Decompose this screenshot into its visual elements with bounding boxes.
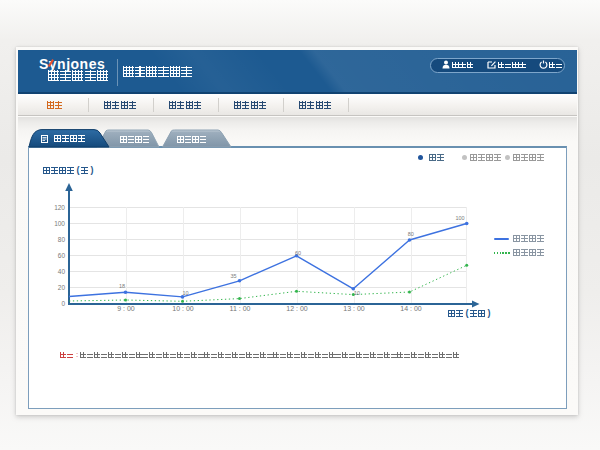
svg-text:100: 100 [54, 220, 65, 227]
svg-text:10: 10 [182, 290, 188, 296]
svg-text:20: 20 [58, 284, 66, 291]
svg-text:13 : 00: 13 : 00 [343, 305, 365, 312]
svg-text:80: 80 [58, 236, 66, 243]
svg-text:12 : 00: 12 : 00 [286, 305, 308, 312]
svg-text:80: 80 [408, 231, 414, 237]
svg-text:0: 0 [61, 300, 65, 307]
svg-text:9 : 00: 9 : 00 [117, 305, 135, 312]
svg-text:35: 35 [230, 273, 236, 279]
svg-text:120: 120 [54, 204, 65, 211]
svg-text:40: 40 [58, 268, 66, 275]
svg-text:60: 60 [58, 252, 66, 259]
svg-text:18: 18 [119, 283, 125, 289]
svg-text:10: 10 [354, 290, 360, 296]
svg-text:60: 60 [295, 250, 301, 256]
svg-text:11 : 00: 11 : 00 [230, 305, 251, 312]
svg-text:10 : 00: 10 : 00 [172, 305, 194, 312]
svg-text:14 : 00: 14 : 00 [400, 305, 422, 312]
svg-text:100: 100 [455, 215, 464, 221]
